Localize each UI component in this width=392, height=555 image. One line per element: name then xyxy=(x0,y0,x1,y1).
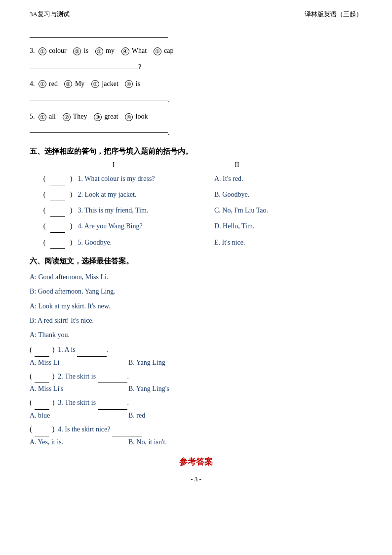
dialogue-5: A: Thank you. xyxy=(30,329,362,341)
right-text-1: A. It's red. xyxy=(214,172,313,185)
matching-row-4: ( ) 4. Are you Wang Bing? D. Hello, Tim. xyxy=(39,220,362,233)
word-3-4: ④ What xyxy=(121,44,147,57)
reading-bracket-2-open: ( xyxy=(30,373,32,380)
reading-q2-row: ( ) 2. The skirt is . xyxy=(30,370,362,384)
reading-q2-text: 2. The skirt is . xyxy=(56,373,129,380)
bracket-3-close: ) xyxy=(66,204,76,216)
reorder-section: 3. ① colour ② is ③ my ④ What ⑤ cap ? 4. … xyxy=(30,31,362,139)
bracket-4-open: ( xyxy=(39,220,49,232)
bracket-3-open: ( xyxy=(39,204,49,216)
left-text-1: 1. What colour is my dress? xyxy=(76,172,214,185)
reading-q4-row: ( ) 4. Is the skirt nice? xyxy=(30,423,362,436)
reading-q3-option-b: B. red xyxy=(128,412,227,420)
header-right: 译林版英语（三起） xyxy=(305,10,362,19)
reorder-words-3: 3. ① colour ② is ③ my ④ What ⑤ cap xyxy=(30,44,362,57)
exercise-number-3: 3. xyxy=(30,47,37,54)
reading-q3-option-a: A. blue xyxy=(30,412,128,420)
reading-bracket-4-close: ) xyxy=(52,426,55,433)
reading-q2-option-b: B. Yang Ling's xyxy=(128,385,227,393)
reading-bracket-2-close: ) xyxy=(52,373,55,380)
reading-q4-options: A. Yes, it is. B. No, it isn't. xyxy=(30,438,362,446)
bracket-5-close: ) xyxy=(66,236,76,249)
reading-blank-1 xyxy=(35,343,49,357)
word-5-2: ② They xyxy=(63,110,87,123)
matching-section: I II ( ) 1. What colour is my dress? A. … xyxy=(39,161,362,249)
reading-q2-options: A. Miss Li's B. Yang Ling's xyxy=(30,385,362,393)
right-text-2: B. Goodbye. xyxy=(214,188,313,201)
reading-blank-3 xyxy=(35,396,49,410)
matching-row-2: ( ) 2. Look at my jacket. B. Goodbye. xyxy=(39,188,362,201)
reorder-item-3 xyxy=(30,31,362,43)
word-4-3: ③ jacket xyxy=(91,78,118,90)
reading-q1-row: ( ) 1. A is . xyxy=(30,343,362,357)
reading-q3-text: 3. The skirt is . xyxy=(56,399,129,406)
dialogue-1: A: Good afternoon, Miss Li. xyxy=(30,271,362,283)
header-left: 3A复习与测试 xyxy=(30,10,70,19)
reorder-answer-3: ? xyxy=(30,61,362,73)
word-4-2: ② My xyxy=(64,78,84,90)
left-text-5: 5. Goodbye. xyxy=(76,236,214,249)
right-text-3: C. No, I'm Liu Tao. xyxy=(214,204,313,216)
word-5-4: ④ look xyxy=(125,110,148,123)
answer-blank-3 xyxy=(30,69,138,69)
matching-header: I II xyxy=(39,161,362,169)
answer-blank-4 xyxy=(30,100,168,100)
reading-blank-2 xyxy=(35,370,49,384)
blank-1 xyxy=(50,172,65,185)
reading-q4-option-b: B. No, it isn't. xyxy=(128,438,227,446)
word-4-4: ④ is xyxy=(125,78,140,90)
page-header: 3A复习与测试 译林版英语（三起） xyxy=(30,10,362,21)
blank-2 xyxy=(50,188,65,201)
word-3-3: ③ my xyxy=(95,44,115,57)
left-text-4: 4. Are you Wang Bing? xyxy=(76,220,214,232)
word-4-1: ① red xyxy=(39,78,58,90)
page-number: - 3 - xyxy=(30,475,362,483)
bracket-5-open: ( xyxy=(39,236,49,249)
blank-3 xyxy=(50,204,65,217)
reading-q1-option-a: A. Miss Li xyxy=(30,359,128,367)
reading-q4-text: 4. Is the skirt nice? xyxy=(56,426,142,433)
left-text-3: 3. This is my friend, Tim. xyxy=(76,204,214,216)
section6-title: 六、阅读短文，选择最佳答案。 xyxy=(30,256,362,266)
section5-title: 五、选择相应的答句，把序号填入题前的括号内。 xyxy=(30,147,362,156)
reorder-words-4: 4. ① red ② My ③ jacket ④ is xyxy=(30,78,362,90)
bracket-2-close: ) xyxy=(66,188,76,201)
blank-4 xyxy=(50,220,65,233)
dialogue-3: A: Look at my skirt. It's new. xyxy=(30,300,362,312)
word-3-5: ⑤ cap xyxy=(154,44,174,57)
bracket-1-open: ( xyxy=(39,172,49,185)
matching-row-1: ( ) 1. What colour is my dress? A. It's … xyxy=(39,172,362,185)
reading-q2-option-a: A. Miss Li's xyxy=(30,385,128,393)
dialogue-4: B: A red skirt! It's nice. xyxy=(30,314,362,327)
matching-row-3: ( ) 3. This is my friend, Tim. C. No, I'… xyxy=(39,204,362,217)
question-mark-3: ? xyxy=(138,63,141,71)
reading-bracket-3-open: ( xyxy=(30,399,32,406)
dialogue-2: B: Good afternoon, Yang Ling. xyxy=(30,285,362,298)
bracket-2-open: ( xyxy=(39,188,49,201)
reading-blank-4 xyxy=(35,423,49,436)
exercise-number-4: 4. xyxy=(30,80,37,87)
word-3-1: ① colour xyxy=(39,44,67,57)
reading-bracket-4-open: ( xyxy=(30,426,32,433)
reading-dialogue: A: Good afternoon, Miss Li. B: Good afte… xyxy=(30,271,362,341)
section-5: 五、选择相应的答句，把序号填入题前的括号内。 I II ( ) 1. What … xyxy=(30,147,362,249)
reading-q4-option-a: A. Yes, it is. xyxy=(30,438,128,446)
reading-bracket-1-open: ( xyxy=(30,346,32,353)
matching-row-5: ( ) 5. Goodbye. E. It's nice. xyxy=(39,236,362,249)
reading-bracket-1-close: ) xyxy=(52,346,55,353)
reading-q1-text: 1. A is . xyxy=(56,346,109,353)
period-5: . xyxy=(168,129,170,136)
reading-q1-options: A. Miss Li B. Yang Ling xyxy=(30,359,362,367)
reading-q3-options: A. blue B. red xyxy=(30,412,362,420)
right-text-4: D. Hello, Tim. xyxy=(214,220,313,232)
word-3-2: ② is xyxy=(73,44,88,57)
answer-line-top-3 xyxy=(30,37,168,38)
reading-q3-row: ( ) 3. The skirt is . xyxy=(30,396,362,410)
word-5-1: ① all xyxy=(39,110,56,123)
period-4: . xyxy=(168,96,170,104)
col-ii-header: II xyxy=(188,161,286,169)
bracket-1-close: ) xyxy=(66,172,76,185)
reorder-answer-4: . xyxy=(30,94,362,106)
exercise-number-5: 5. xyxy=(30,113,37,120)
answer-blank-5 xyxy=(30,132,168,133)
